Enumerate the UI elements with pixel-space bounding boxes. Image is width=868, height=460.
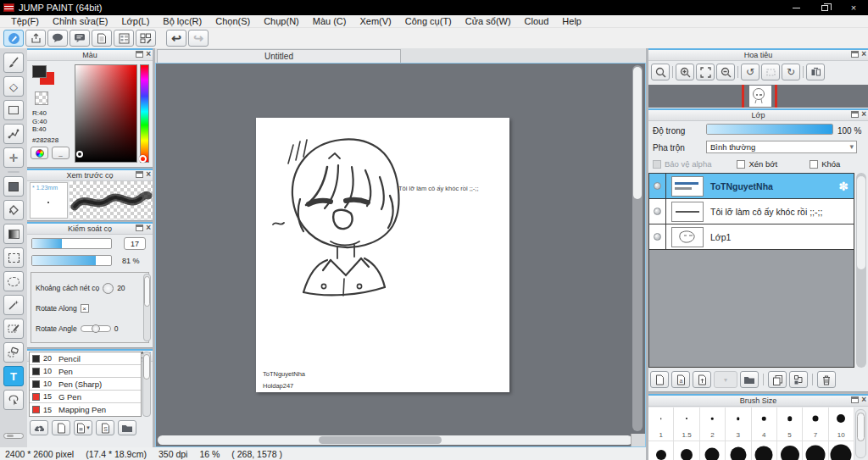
select-color-tool-button[interactable] [3,176,24,197]
select-eraser-tool-button[interactable] [3,342,24,363]
menu-color[interactable]: Màu (C) [306,15,353,28]
brush-row-mapping-pen[interactable]: 15 Mapping Pen [30,403,141,416]
select-pen-tool-button[interactable] [3,319,24,339]
brush-row-g-pen[interactable]: 15 G Pen [30,391,141,403]
popout-icon[interactable] [136,171,143,178]
zoom-out-button[interactable] [716,64,735,80]
blend-mode-select[interactable]: Bình thường ▾ [706,141,857,153]
protect-alpha-checkbox[interactable] [653,160,661,169]
size-option-row2[interactable] [674,441,699,460]
layer-visibility-cell[interactable] [649,174,666,198]
close-panel-icon[interactable]: × [146,224,151,231]
size-option-row2[interactable] [648,441,674,460]
text-tool-button[interactable]: T [3,366,24,386]
layer-row-lop1[interactable]: Lớp1 [649,224,854,250]
layer-row-caption-text[interactable]: Tôi lỡ làm cô ấy khóc rồi ;;-;; [649,199,854,224]
brush-folder-button[interactable] [118,420,136,435]
brush-list-scrollbar[interactable] [142,352,151,417]
close-panel-icon[interactable]: × [146,51,151,58]
panel-layout-button[interactable] [136,30,156,47]
size-option-4[interactable]: 4 [752,407,777,441]
menu-snap[interactable]: Chụp(N) [257,15,306,28]
brush-tool-button[interactable] [3,53,24,73]
popout-icon[interactable] [851,396,859,403]
size-option-1-5[interactable]: 1.5 [674,407,699,441]
size-option-row2[interactable] [803,441,828,460]
minimize-button[interactable] [782,0,810,15]
reset-rotation-button[interactable] [761,64,780,80]
paint-mode-button[interactable] [3,30,24,47]
menu-tools[interactable]: Công cụ(T) [398,15,459,28]
layer-visibility-cell[interactable] [649,199,666,224]
vertical-scroll-thumb[interactable] [633,67,642,199]
layer-gear-icon[interactable]: ✽ [838,180,849,193]
marquee-select-tool-button[interactable] [3,247,24,268]
horizontal-scroll-thumb[interactable] [319,436,442,444]
lock-checkbox[interactable] [810,160,818,169]
menu-filter[interactable]: Bộ lọc(R) [156,15,209,28]
menu-window[interactable]: Cửa sổ(W) [459,15,518,28]
comment-button[interactable] [47,30,68,47]
rotate-cw-button[interactable]: ↻ [782,64,800,80]
new-text-layer-button[interactable]: a [671,371,690,388]
brush-size-scrollbar[interactable] [855,409,866,458]
move-tool-button[interactable]: ✛ [3,147,24,168]
rotate-along-checkbox[interactable]: × [81,304,89,313]
sv-marker[interactable] [76,151,83,158]
size-option-5[interactable]: 5 [777,407,803,441]
duplicate-layer-button[interactable] [768,371,787,388]
close-button[interactable]: × [839,0,868,15]
layer-visibility-cell[interactable] [649,224,666,249]
size-option-1[interactable]: 1 [648,407,674,441]
brush-script-button[interactable]: S [96,420,114,435]
layer-list-scrollbar[interactable] [856,173,866,368]
menu-edit[interactable]: Chỉnh sửa(E) [46,15,114,28]
menu-view[interactable]: Xem(V) [353,15,398,28]
canvas-vertical-scrollbar[interactable] [632,65,643,431]
storyboard-button[interactable] [114,30,134,47]
fill-tool-button[interactable] [3,200,24,220]
undo-button[interactable]: ↩ [166,30,186,47]
fit-screen-button[interactable] [696,64,715,80]
close-panel-icon[interactable]: × [861,396,866,403]
menu-layer[interactable]: Lớp(L) [114,15,156,28]
canvas-tab-untitled[interactable]: Untitled [157,49,401,63]
size-option-row2[interactable] [777,441,803,460]
size-option-2[interactable]: 2 [700,407,726,441]
brush-add-menu-button[interactable]: ▾ [74,420,92,435]
menu-select[interactable]: Chọn(S) [209,15,257,28]
size-option-row2[interactable] [752,441,777,460]
merge-layer-button[interactable] [789,371,808,388]
document-button[interactable] [92,30,112,47]
saturation-value-picker[interactable] [75,64,137,163]
canvas-viewport[interactable]: Tôi lỡ làm cô ấy khóc rồi ;;-;; ToTNguye… [156,64,645,434]
zoom-actual-button[interactable] [651,64,670,80]
menu-cloud[interactable]: Cloud [518,15,556,28]
operation-tool-button[interactable] [3,390,24,410]
rotate-angle-knob[interactable] [92,324,100,333]
brush-size-slider[interactable] [31,238,112,249]
redo-button[interactable]: ↪ [188,30,209,47]
lasso-select-tool-button[interactable] [3,271,24,291]
close-panel-icon[interactable]: × [861,111,866,118]
size-option-row2[interactable] [726,441,751,460]
close-panel-icon[interactable]: × [861,51,866,58]
transparent-color-swatch[interactable] [35,91,48,105]
rotate-ccw-button[interactable]: ↺ [741,64,760,80]
eraser-tool-button[interactable]: ◇ [3,76,24,97]
import-layer-button[interactable] [693,371,711,388]
foreground-color-swatch[interactable] [32,65,47,78]
layer-folder-button[interactable] [740,371,759,388]
brush-row-pen-sharp[interactable]: 10 Pen (Sharp) [30,378,141,391]
delete-layer-button[interactable] [817,371,836,388]
zoom-in-button[interactable] [676,64,694,80]
size-option-row2[interactable] [700,441,726,460]
curve-tool-button[interactable] [3,124,24,144]
publish-button[interactable] [25,30,46,47]
popout-icon[interactable] [851,111,859,118]
popout-icon[interactable] [136,224,143,231]
tool-strip-slider[interactable] [3,433,24,439]
layer-scroll-thumb[interactable] [857,176,865,269]
size-option-10[interactable]: 10 [829,407,854,441]
menu-file[interactable]: Tệp(F) [4,15,46,28]
